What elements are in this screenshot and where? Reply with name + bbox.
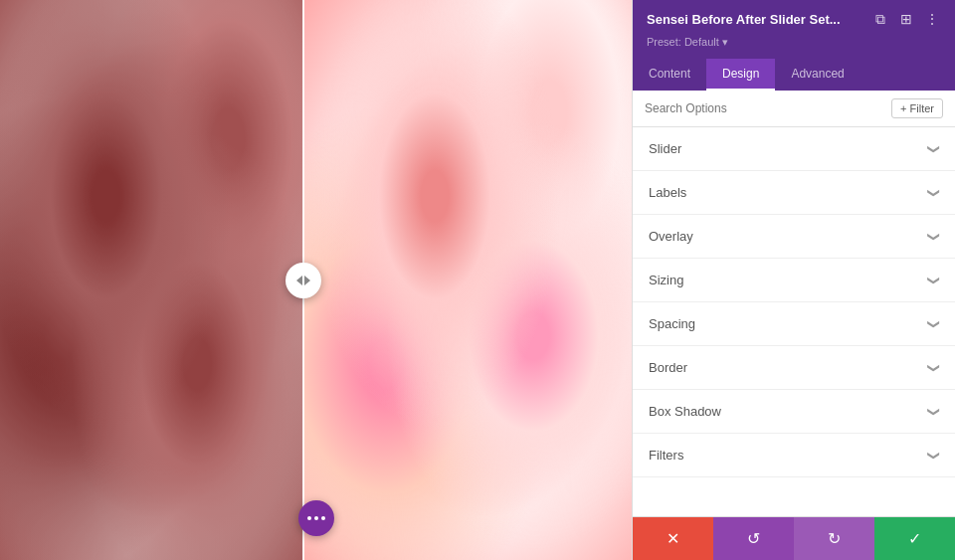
more-icon[interactable]: ⋮ — [923, 10, 941, 28]
accordion-labels: Labels ❯ — [633, 171, 955, 215]
settings-panel: Sensei Before After Slider Set... ⧉ ⊞ ⋮ … — [632, 0, 955, 560]
accordion-box-shadow: Box Shadow ❯ — [633, 390, 955, 434]
accordion-label-sizing: Sizing — [649, 273, 683, 287]
chevron-border: ❯ — [927, 363, 941, 373]
accordion-slider: Slider ❯ — [633, 127, 955, 171]
search-bar: + Filter — [633, 91, 955, 127]
accordion-header-labels[interactable]: Labels ❯ — [633, 171, 955, 214]
before-image — [0, 0, 303, 560]
panel-header: Sensei Before After Slider Set... ⧉ ⊞ ⋮ … — [633, 0, 955, 59]
accordion-label-labels: Labels — [649, 185, 686, 200]
before-after-slider[interactable] — [0, 0, 632, 560]
accordion-header-spacing[interactable]: Spacing ❯ — [633, 302, 955, 345]
redo-icon: ↻ — [828, 529, 841, 548]
accordion-header-slider[interactable]: Slider ❯ — [633, 127, 955, 170]
accordion-label-slider: Slider — [649, 141, 681, 156]
filter-button[interactable]: + Filter — [891, 98, 943, 118]
accordion-label-border: Border — [649, 360, 687, 375]
title-icons: ⧉ ⊞ ⋮ — [871, 10, 941, 28]
cancel-icon: ✕ — [667, 529, 679, 548]
preset-row: Preset: Default ▾ — [647, 36, 941, 49]
accordion-sizing: Sizing ❯ — [633, 259, 955, 302]
title-row: Sensei Before After Slider Set... ⧉ ⊞ ⋮ — [647, 10, 941, 28]
undo-button[interactable]: ↺ — [713, 517, 794, 560]
accordion-header-sizing[interactable]: Sizing ❯ — [633, 259, 955, 301]
filter-label: + Filter — [900, 102, 934, 114]
confirm-icon: ✓ — [908, 529, 921, 548]
accordion-header-box-shadow[interactable]: Box Shadow ❯ — [633, 390, 955, 433]
arrow-left-icon — [296, 276, 302, 285]
handle-arrows — [296, 276, 310, 285]
accordion-spacing: Spacing ❯ — [633, 302, 955, 346]
preset-label[interactable]: Preset: Default ▾ — [647, 36, 728, 48]
slider-handle[interactable] — [286, 263, 321, 298]
accordion-label-spacing: Spacing — [649, 316, 695, 331]
chevron-overlay: ❯ — [927, 232, 941, 242]
grid-icon[interactable]: ⊞ — [897, 10, 915, 28]
chevron-spacing: ❯ — [927, 319, 941, 329]
accordion-header-filters[interactable]: Filters ❯ — [633, 434, 955, 476]
bottom-toolbar: ✕ ↺ ↻ ✓ — [633, 516, 955, 560]
search-input[interactable] — [645, 101, 891, 115]
accordion-label-overlay: Overlay — [649, 229, 693, 244]
undo-icon: ↺ — [747, 529, 760, 548]
redo-button[interactable]: ↻ — [794, 517, 874, 560]
accordion-header-overlay[interactable]: Overlay ❯ — [633, 215, 955, 258]
dots-menu-button[interactable] — [298, 500, 334, 536]
panel-tabs: Content Design Advanced — [633, 59, 955, 91]
accordion-filters: Filters ❯ — [633, 434, 955, 477]
accordion-label-filters: Filters — [649, 448, 683, 463]
tab-design[interactable]: Design — [706, 59, 775, 91]
arrow-right-icon — [304, 276, 310, 285]
confirm-button[interactable]: ✓ — [874, 517, 955, 560]
chevron-labels: ❯ — [927, 188, 941, 198]
accordion-list: Slider ❯ Labels ❯ Overlay ❯ Sizing ❯ — [633, 127, 955, 516]
chevron-sizing: ❯ — [927, 276, 941, 285]
accordion-overlay: Overlay ❯ — [633, 215, 955, 259]
tab-content[interactable]: Content — [633, 59, 706, 91]
copy-icon[interactable]: ⧉ — [871, 10, 889, 28]
panel-title: Sensei Before After Slider Set... — [647, 12, 863, 27]
dots-icon — [307, 516, 325, 520]
chevron-box-shadow: ❯ — [927, 407, 941, 417]
accordion-border: Border ❯ — [633, 346, 955, 390]
tab-advanced[interactable]: Advanced — [775, 59, 860, 91]
chevron-slider: ❯ — [927, 144, 941, 154]
cancel-button[interactable]: ✕ — [633, 517, 713, 560]
chevron-filters: ❯ — [927, 451, 941, 461]
accordion-header-border[interactable]: Border ❯ — [633, 346, 955, 389]
accordion-label-box-shadow: Box Shadow — [649, 404, 721, 419]
after-image — [303, 0, 632, 560]
